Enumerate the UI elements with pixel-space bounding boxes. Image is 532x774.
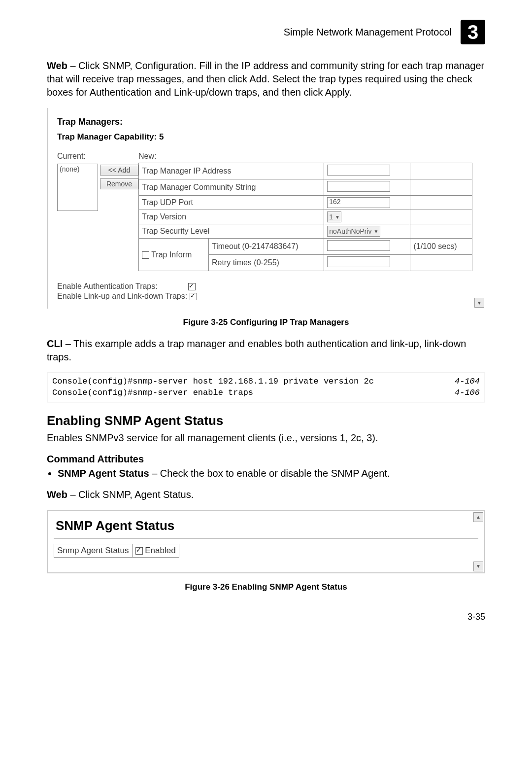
- header-title: Simple Network Management Protocol: [284, 27, 452, 38]
- row-retry-label: Retry times (0-255): [208, 255, 324, 271]
- cli-ref-2: 4-106: [455, 387, 480, 399]
- page-header: Simple Network Management Protocol 3: [47, 20, 485, 44]
- add-button[interactable]: << Add: [100, 165, 138, 176]
- community-input[interactable]: [327, 181, 390, 192]
- cli-line-2: Console(config)#snmp-server enable traps: [52, 387, 253, 399]
- trap-capability: Trap Manager Capability: 5: [57, 132, 472, 142]
- figure-3-25-caption: Figure 3-25 Configuring IP Trap Managers: [47, 317, 485, 327]
- row-timeout-label: Timeout (0-2147483647): [208, 239, 324, 255]
- enable-auth-checkbox[interactable]: [188, 283, 196, 290]
- cli-rest: – This example adds a trap manager and e…: [47, 338, 466, 362]
- attr-bullet: SNMP Agent Status – Check the box to ena…: [58, 468, 485, 479]
- row-ip-label: Trap Manager IP Address: [139, 163, 324, 179]
- agent-status-screenshot: ▲ SNMP Agent Status Snmp Agent Status En…: [47, 510, 485, 573]
- retry-input[interactable]: [327, 256, 390, 267]
- figure-3-26-caption: Figure 3-26 Enabling SNMP Agent Status: [47, 582, 485, 592]
- row-timeout-unit: (1/100 secs): [410, 239, 472, 255]
- chevron-down-icon: ▼: [374, 229, 379, 234]
- agent-status-title: SNMP Agent Status: [56, 518, 478, 533]
- trap-form: Trap Manager IP Address Trap Manager Com…: [138, 163, 472, 271]
- chevron-down-icon: ▼: [335, 214, 340, 220]
- current-label: Current:: [57, 152, 138, 161]
- scroll-up-icon[interactable]: ▲: [473, 512, 483, 522]
- cli-intro: CLI – This example adds a trap manager a…: [47, 337, 485, 364]
- intro-rest: – Click SNMP, Configuration. Fill in the…: [47, 60, 484, 98]
- cli-example: Console(config)#snmp-server host 192.168…: [47, 373, 485, 402]
- row-community-label: Trap Manager Community String: [139, 179, 324, 196]
- chapter-badge: 3: [461, 20, 485, 44]
- divider: [54, 538, 478, 539]
- agent-status-value-cell: Enabled: [132, 544, 179, 557]
- remove-button[interactable]: Remove: [100, 178, 138, 189]
- section-title: Enabling SNMP Agent Status: [47, 413, 485, 428]
- scroll-down-icon[interactable]: ▼: [474, 298, 484, 308]
- page-number: 3-35: [47, 612, 485, 622]
- trap-managers-screenshot: Trap Managers: Trap Manager Capability: …: [47, 108, 485, 309]
- cli-lead: CLI: [47, 338, 63, 349]
- section-desc: Enables SNMPv3 service for all managemen…: [47, 431, 485, 445]
- ip-input[interactable]: [327, 165, 390, 176]
- version-select[interactable]: 1▼: [327, 211, 341, 222]
- agent-status-checkbox[interactable]: [135, 547, 143, 555]
- trap-inform-checkbox[interactable]: [142, 251, 149, 259]
- row-inform-label: Trap Inform: [139, 239, 209, 271]
- new-label: New:: [138, 152, 472, 161]
- security-select[interactable]: noAuthNoPriv▼: [327, 226, 380, 237]
- enable-auth-row: Enable Authentication Traps:: [57, 282, 472, 291]
- udp-input[interactable]: 162: [327, 197, 390, 208]
- row-udp-label: Trap UDP Port: [139, 196, 324, 210]
- timeout-input[interactable]: [327, 240, 390, 251]
- agent-status-table: Snmp Agent Status Enabled: [54, 544, 179, 558]
- cli-ref-1: 4-104: [455, 376, 480, 387]
- row-version-label: Trap Version: [139, 210, 324, 224]
- intro-lead: Web: [47, 60, 67, 71]
- row-security-label: Trap Security Level: [139, 224, 324, 239]
- command-attributes-heading: Command Attributes: [47, 454, 485, 465]
- scroll-down-icon[interactable]: ▼: [473, 562, 483, 571]
- web-instruction: Web – Click SNMP, Agent Status.: [47, 488, 485, 501]
- command-attributes-list: SNMP Agent Status – Check the box to ena…: [47, 468, 485, 479]
- trap-managers-title: Trap Managers:: [57, 117, 472, 127]
- agent-status-label: Snmp Agent Status: [54, 544, 133, 557]
- current-listbox[interactable]: (none): [57, 164, 98, 211]
- enable-link-row: Enable Link-up and Link-down Traps:: [57, 292, 472, 301]
- cli-line-1: Console(config)#snmp-server host 192.168…: [52, 376, 374, 387]
- enable-link-checkbox[interactable]: [190, 293, 197, 300]
- intro-paragraph: Web – Click SNMP, Configuration. Fill in…: [47, 59, 485, 99]
